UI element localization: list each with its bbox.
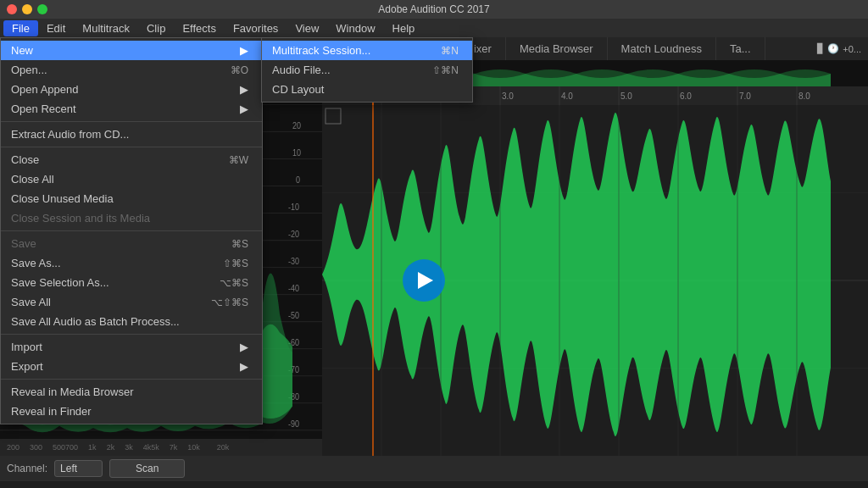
svg-text:6.0: 6.0	[680, 92, 692, 101]
file-close-unused[interactable]: Close Unused Media	[1, 189, 262, 208]
file-menu-section-4: Save ⌘S Save As... ⇧⌘S Save Selection As…	[1, 231, 262, 335]
file-reveal-finder-label: Reveal in Finder	[11, 405, 92, 418]
app-title: Adobe Audition CC 2017	[378, 3, 489, 15]
file-new-label: New	[11, 44, 33, 57]
dropdown-container: New ▶ Open... ⌘O Open Append ▶ Open Rece…	[0, 37, 263, 424]
file-menu-section-3: Close ⌘W Close All Close Unused Media Cl…	[1, 147, 262, 231]
maximize-button[interactable]	[37, 4, 47, 14]
menu-item-view[interactable]: View	[287, 20, 327, 36]
file-open-recent[interactable]: Open Recent ▶	[1, 99, 262, 119]
file-extract-audio-label: Extract Audio from CD...	[11, 128, 129, 141]
close-button[interactable]	[7, 4, 17, 14]
file-save-as-label: Save As...	[11, 257, 61, 269]
scan-button[interactable]: Scan	[109, 459, 185, 478]
file-save-all-shortcut: ⌥⇧⌘S	[211, 297, 248, 308]
file-save-selection[interactable]: Save Selection As... ⌥⌘S	[1, 273, 262, 292]
file-open[interactable]: Open... ⌘O	[1, 60, 262, 80]
menu-item-file[interactable]: File	[3, 20, 38, 36]
export-arrow-icon: ▶	[240, 360, 248, 373]
file-extract-audio[interactable]: Extract Audio from CD...	[1, 125, 262, 144]
file-open-recent-label: Open Recent	[11, 103, 76, 115]
svg-text:-90: -90	[288, 419, 299, 429]
file-close-shortcut: ⌘W	[229, 154, 248, 166]
plus-readout: +0...	[843, 44, 861, 54]
file-open-append-label: Open Append	[11, 83, 79, 96]
right-controls: ▊ 🕐 +0...	[810, 37, 868, 60]
file-new[interactable]: New ▶	[1, 41, 262, 60]
svg-text:3.0: 3.0	[502, 92, 514, 101]
title-bar: Adobe Audition CC 2017	[0, 0, 868, 19]
new-arrow-icon: ▶	[240, 44, 248, 57]
svg-text:7.0: 7.0	[739, 92, 751, 101]
file-import-label: Import	[11, 341, 42, 353]
file-save-selection-shortcut: ⌥⌘S	[220, 277, 248, 289]
play-button[interactable]	[403, 259, 445, 302]
menu-item-favorites[interactable]: Favorites	[225, 20, 287, 36]
new-multitrack[interactable]: Multitrack Session... ⌘N	[262, 41, 472, 60]
svg-text:0: 0	[296, 175, 300, 185]
menu-item-help[interactable]: Help	[384, 20, 424, 36]
file-menu-section-6: Reveal in Media Browser Reveal in Finder	[1, 380, 262, 424]
new-multitrack-label: Multitrack Session...	[272, 44, 370, 57]
file-close-all-label: Close All	[11, 173, 54, 186]
file-reveal-media-browser[interactable]: Reveal in Media Browser	[1, 382, 262, 402]
new-audio-file[interactable]: Audio File... ⇧⌘N	[262, 60, 472, 80]
svg-text:8.0: 8.0	[798, 92, 810, 101]
menu-item-clip[interactable]: Clip	[138, 20, 174, 36]
svg-text:-40: -40	[288, 283, 299, 293]
svg-text:10: 10	[292, 147, 301, 158]
svg-text:5.0: 5.0	[620, 92, 632, 101]
new-cd-layout-label: CD Layout	[272, 83, 324, 96]
file-reveal-finder[interactable]: Reveal in Finder	[1, 402, 262, 421]
file-save-label: Save	[11, 237, 36, 250]
svg-text:-30: -30	[288, 256, 299, 266]
file-save-batch-label: Save All Audio as Batch Process...	[11, 315, 180, 328]
svg-text:4.0: 4.0	[561, 92, 573, 101]
file-close-session-label: Close Session and its Media	[11, 212, 150, 225]
file-save-batch[interactable]: Save All Audio as Batch Process...	[1, 312, 262, 331]
new-multitrack-shortcut: ⌘N	[441, 45, 459, 57]
file-export-label: Export	[11, 360, 43, 373]
channel-select[interactable]: Left Right Mix	[54, 460, 103, 477]
open-recent-arrow-icon: ▶	[240, 103, 248, 115]
new-submenu-section: Multitrack Session... ⌘N Audio File... ⇧…	[262, 38, 472, 102]
play-icon	[418, 272, 433, 289]
file-close-session: Close Session and its Media	[1, 208, 262, 228]
file-export[interactable]: Export ▶	[1, 357, 262, 376]
channel-label: Channel:	[7, 463, 47, 474]
new-submenu: Multitrack Session... ⌘N Audio File... ⇧…	[261, 37, 473, 103]
new-audio-file-label: Audio File...	[272, 64, 331, 76]
waveform-area[interactable]	[322, 105, 868, 456]
tab-more[interactable]: Ta...	[716, 37, 765, 60]
file-dropdown: New ▶ Open... ⌘O Open Append ▶ Open Rece…	[0, 37, 263, 424]
menu-item-effects[interactable]: Effects	[174, 20, 225, 36]
file-open-shortcut: ⌘O	[231, 64, 248, 76]
new-cd-layout[interactable]: CD Layout	[262, 80, 472, 99]
file-close-all[interactable]: Close All	[1, 169, 262, 189]
traffic-lights	[7, 4, 47, 14]
svg-text:20: 20	[292, 120, 301, 130]
level-icon: ▊	[817, 43, 824, 54]
x-axis: 2003005007001k2k3k4k5k7k10k20k	[0, 439, 322, 456]
file-menu-section-5: Import ▶ Export ▶	[1, 335, 262, 380]
file-import[interactable]: Import ▶	[1, 337, 262, 357]
file-open-append[interactable]: Open Append ▶	[1, 80, 262, 99]
file-save-shortcut: ⌘S	[231, 238, 248, 250]
file-save-as[interactable]: Save As... ⇧⌘S	[1, 253, 262, 273]
menu-item-window[interactable]: Window	[327, 20, 383, 36]
file-save-all[interactable]: Save All ⌥⇧⌘S	[1, 292, 262, 312]
tab-media-browser[interactable]: Media Browser	[506, 37, 608, 60]
file-save-all-label: Save All	[11, 296, 51, 308]
menu-item-multitrack[interactable]: Multitrack	[74, 20, 138, 36]
file-save-as-shortcut: ⇧⌘S	[223, 258, 248, 269]
new-audio-file-shortcut: ⇧⌘N	[432, 64, 459, 76]
clock-icon: 🕐	[827, 43, 839, 54]
svg-text:-20: -20	[288, 229, 299, 239]
file-close[interactable]: Close ⌘W	[1, 150, 262, 169]
minimize-button[interactable]	[22, 4, 32, 14]
file-close-label: Close	[11, 153, 39, 166]
tab-match-loudness[interactable]: Match Loudness	[608, 37, 716, 60]
open-append-arrow-icon: ▶	[240, 83, 248, 96]
menu-item-edit[interactable]: Edit	[38, 20, 74, 36]
bottom-bar: Channel: Left Right Mix Scan	[0, 456, 868, 481]
